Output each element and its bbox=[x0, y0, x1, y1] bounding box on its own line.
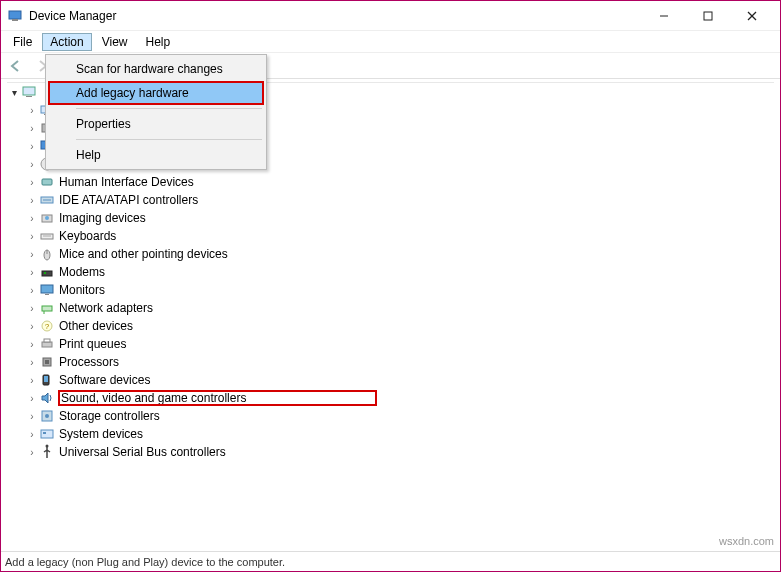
minimize-button[interactable] bbox=[642, 2, 686, 30]
svg-rect-36 bbox=[45, 360, 49, 364]
svg-rect-7 bbox=[26, 96, 32, 97]
tree-item[interactable]: ›Keyboards bbox=[7, 227, 774, 245]
chevron-right-icon[interactable]: › bbox=[25, 411, 39, 422]
tree-item[interactable]: ›Mice and other pointing devices bbox=[7, 245, 774, 263]
chevron-right-icon[interactable]: › bbox=[25, 447, 39, 458]
svg-rect-1 bbox=[12, 19, 18, 21]
tree-item[interactable]: ›Imaging devices bbox=[7, 209, 774, 227]
tree-item-label: Other devices bbox=[59, 319, 133, 333]
chevron-right-icon[interactable]: › bbox=[25, 177, 39, 188]
svg-rect-3 bbox=[704, 12, 712, 20]
chevron-right-icon[interactable]: › bbox=[25, 375, 39, 386]
svg-text:?: ? bbox=[45, 322, 50, 331]
svg-rect-41 bbox=[41, 430, 53, 438]
chevron-right-icon[interactable]: › bbox=[25, 321, 39, 332]
close-button[interactable] bbox=[730, 2, 774, 30]
window-title: Device Manager bbox=[29, 9, 642, 23]
svg-rect-6 bbox=[23, 87, 35, 95]
ctx-separator bbox=[76, 139, 262, 140]
watermark: wsxdn.com bbox=[719, 535, 774, 547]
tree-item[interactable]: ›Storage controllers bbox=[7, 407, 774, 425]
mouse-icon bbox=[39, 246, 55, 262]
svg-rect-27 bbox=[41, 285, 53, 293]
ctx-properties[interactable]: Properties bbox=[48, 112, 264, 136]
chevron-right-icon[interactable]: › bbox=[25, 303, 39, 314]
svg-rect-0 bbox=[9, 11, 21, 19]
chevron-right-icon[interactable]: › bbox=[25, 231, 39, 242]
tree-item[interactable]: ›Monitors bbox=[7, 281, 774, 299]
modem-icon bbox=[39, 264, 55, 280]
ctx-scan-hardware[interactable]: Scan for hardware changes bbox=[48, 57, 264, 81]
chevron-right-icon[interactable]: › bbox=[25, 195, 39, 206]
tree-item-label: IDE ATA/ATAPI controllers bbox=[59, 193, 198, 207]
tree-item-label: Processors bbox=[59, 355, 119, 369]
chevron-right-icon[interactable]: › bbox=[25, 357, 39, 368]
ctx-add-legacy-hardware[interactable]: Add legacy hardware bbox=[48, 81, 264, 105]
tree-item-label: Software devices bbox=[59, 373, 150, 387]
chevron-down-icon[interactable]: ▾ bbox=[7, 87, 21, 98]
svg-rect-29 bbox=[42, 306, 52, 311]
chevron-right-icon[interactable]: › bbox=[25, 285, 39, 296]
action-context-menu: Scan for hardware changes Add legacy har… bbox=[45, 54, 267, 170]
system-icon bbox=[39, 426, 55, 442]
svg-rect-33 bbox=[42, 342, 52, 347]
ctx-help[interactable]: Help bbox=[48, 143, 264, 167]
tree-item[interactable]: ›Software devices bbox=[7, 371, 774, 389]
chevron-right-icon[interactable]: › bbox=[25, 105, 39, 116]
tree-item[interactable]: ›System devices bbox=[7, 425, 774, 443]
ctx-separator bbox=[76, 108, 262, 109]
tree-item[interactable]: ›?Other devices bbox=[7, 317, 774, 335]
tree-item[interactable]: ›Sound, video and game controllers bbox=[7, 389, 774, 407]
svg-rect-34 bbox=[44, 339, 50, 342]
tree-item[interactable]: ›Universal Serial Bus controllers bbox=[7, 443, 774, 461]
computer-root-icon bbox=[21, 84, 37, 100]
svg-rect-42 bbox=[43, 432, 46, 434]
tree-item-label: Network adapters bbox=[59, 301, 153, 315]
tree-item-label: Universal Serial Bus controllers bbox=[59, 445, 226, 459]
chevron-right-icon[interactable]: › bbox=[25, 159, 39, 170]
tree-item-label: Keyboards bbox=[59, 229, 116, 243]
storage-icon bbox=[39, 408, 55, 424]
back-button[interactable] bbox=[5, 55, 27, 77]
software-icon bbox=[39, 372, 55, 388]
menu-action[interactable]: Action bbox=[42, 33, 91, 51]
hid-icon bbox=[39, 174, 55, 190]
menu-file[interactable]: File bbox=[5, 33, 40, 51]
tree-item[interactable]: ›IDE ATA/ATAPI controllers bbox=[7, 191, 774, 209]
svg-point-43 bbox=[46, 445, 49, 448]
svg-rect-25 bbox=[42, 271, 52, 276]
network-icon bbox=[39, 300, 55, 316]
tree-item-label: Human Interface Devices bbox=[59, 175, 194, 189]
tree-item[interactable]: ›Processors bbox=[7, 353, 774, 371]
menu-view[interactable]: View bbox=[94, 33, 136, 51]
menu-help[interactable]: Help bbox=[138, 33, 179, 51]
svg-point-26 bbox=[44, 272, 46, 274]
ide-icon bbox=[39, 192, 55, 208]
usb-icon bbox=[39, 444, 55, 460]
chevron-right-icon[interactable]: › bbox=[25, 339, 39, 350]
chevron-right-icon[interactable]: › bbox=[25, 123, 39, 134]
tree-item[interactable]: ›Print queues bbox=[7, 335, 774, 353]
tree-item-label: System devices bbox=[59, 427, 143, 441]
chevron-right-icon[interactable]: › bbox=[25, 267, 39, 278]
statusbar-text: Add a legacy (non Plug and Play) device … bbox=[5, 556, 285, 568]
svg-rect-38 bbox=[44, 376, 48, 382]
chevron-right-icon[interactable]: › bbox=[25, 429, 39, 440]
tree-item[interactable]: ›Network adapters bbox=[7, 299, 774, 317]
chevron-right-icon[interactable]: › bbox=[25, 213, 39, 224]
tree-item[interactable]: ›Human Interface Devices bbox=[7, 173, 774, 191]
imaging-icon bbox=[39, 210, 55, 226]
chevron-right-icon[interactable]: › bbox=[25, 141, 39, 152]
chevron-right-icon[interactable]: › bbox=[25, 249, 39, 260]
tree-item[interactable]: ›Modems bbox=[7, 263, 774, 281]
tree-item-label: Sound, video and game controllers bbox=[59, 391, 376, 405]
maximize-button[interactable] bbox=[686, 2, 730, 30]
tree-item-label: Mice and other pointing devices bbox=[59, 247, 228, 261]
menubar: File Action View Help bbox=[1, 31, 780, 53]
sound-icon bbox=[39, 390, 55, 406]
window-controls bbox=[642, 2, 774, 30]
app-icon bbox=[7, 8, 23, 24]
svg-rect-16 bbox=[42, 179, 52, 185]
tree-item-label: Imaging devices bbox=[59, 211, 146, 225]
chevron-right-icon[interactable]: › bbox=[25, 393, 39, 404]
